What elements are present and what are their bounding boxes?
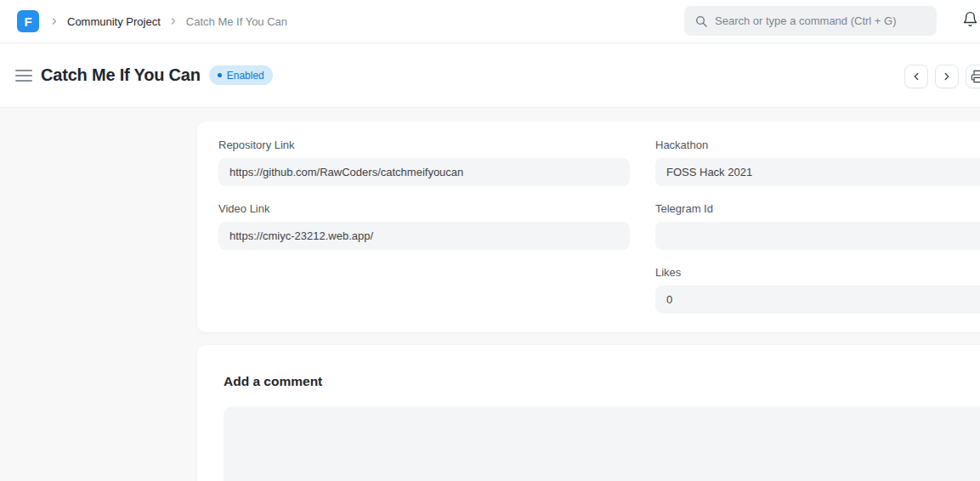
repository-link-input[interactable] bbox=[218, 158, 630, 186]
telegram-id-input[interactable] bbox=[655, 222, 980, 250]
comment-section-card: Add a comment bbox=[197, 345, 980, 481]
next-document-button[interactable] bbox=[935, 65, 959, 88]
form-section-card: Repository Link Hackathon Video Link Tel… bbox=[197, 122, 980, 332]
comment-input[interactable] bbox=[224, 406, 980, 481]
frappe-logo[interactable]: F bbox=[17, 10, 39, 32]
previous-document-button[interactable] bbox=[904, 65, 928, 88]
field-hackathon: Hackathon bbox=[655, 139, 980, 186]
breadcrumb-item-current[interactable]: Catch Me If You Can bbox=[186, 15, 287, 28]
repository-link-label: Repository Link bbox=[218, 139, 630, 151]
search-icon bbox=[694, 14, 708, 28]
likes-input[interactable] bbox=[655, 286, 980, 314]
likes-label: Likes bbox=[655, 266, 980, 279]
status-badge-label: Enabled bbox=[227, 70, 264, 82]
print-button[interactable] bbox=[966, 65, 980, 88]
frappe-logo-letter: F bbox=[24, 14, 31, 29]
breadcrumb-item-community-project[interactable]: Community Project bbox=[67, 15, 161, 28]
field-telegram-id: Telegram Id bbox=[655, 202, 980, 250]
page-head: Catch Me If You Can Enabled bbox=[0, 43, 980, 108]
chevron-left-icon bbox=[910, 71, 922, 82]
page-title: Catch Me If You Can bbox=[41, 65, 201, 85]
chevron-right-icon bbox=[941, 71, 953, 82]
status-dot-icon bbox=[218, 73, 222, 77]
hackathon-label: Hackathon bbox=[655, 139, 980, 151]
field-video-link: Video Link bbox=[218, 202, 630, 250]
document-nav-actions bbox=[904, 65, 980, 88]
global-search[interactable] bbox=[684, 6, 937, 36]
search-input[interactable] bbox=[715, 14, 926, 27]
form-grid: Repository Link Hackathon Video Link Tel… bbox=[218, 139, 980, 314]
printer-icon bbox=[971, 70, 980, 83]
chevron-right-icon bbox=[168, 16, 178, 26]
navbar: F Community Project Catch Me If You Can bbox=[0, 0, 980, 43]
chevron-right-icon bbox=[49, 16, 59, 26]
app-window: F Community Project Catch Me If You Can … bbox=[0, 0, 980, 481]
status-badge: Enabled bbox=[209, 65, 273, 85]
add-comment-heading: Add a comment bbox=[224, 373, 980, 389]
field-likes: Likes bbox=[655, 266, 980, 314]
bell-icon[interactable] bbox=[962, 11, 978, 27]
hackathon-input[interactable] bbox=[655, 158, 980, 186]
hamburger-icon[interactable] bbox=[15, 70, 32, 82]
telegram-id-label: Telegram Id bbox=[655, 202, 980, 215]
video-link-input[interactable] bbox=[218, 222, 630, 250]
video-link-label: Video Link bbox=[218, 202, 630, 215]
field-repository-link: Repository Link bbox=[218, 139, 630, 186]
